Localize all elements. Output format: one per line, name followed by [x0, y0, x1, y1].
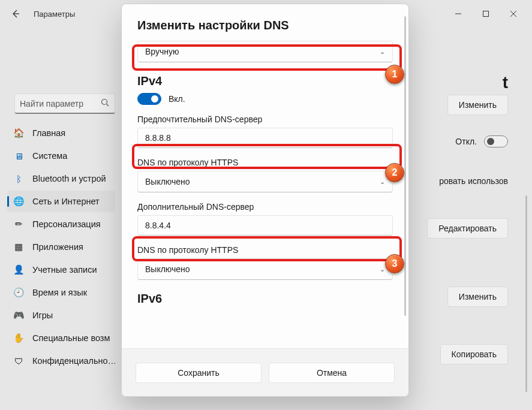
doh2-label: DNS по протоколу HTTPS	[137, 245, 393, 255]
ipv4-toggle[interactable]	[137, 93, 161, 105]
cancel-button[interactable]: Отмена	[269, 363, 395, 383]
ipv4-heading: IPv4	[137, 74, 393, 88]
dialog-scrollbar[interactable]	[404, 16, 406, 316]
doh2-value: Выключено	[145, 264, 190, 274]
doh-dropdown[interactable]: Выключено ⌄	[137, 171, 393, 192]
dns-mode-dropdown[interactable]: Вручную ⌄	[137, 41, 393, 62]
dns-mode-value: Вручную	[145, 47, 179, 56]
dns-dialog: Изменить настройки DNS Вручную ⌄ IPv4 Вк…	[121, 4, 409, 397]
doh-value: Выключено	[145, 177, 190, 186]
alternate-dns-input[interactable]: 8.8.4.4	[137, 215, 393, 236]
doh-label: DNS по протоколу HTTPS	[137, 158, 393, 167]
save-button[interactable]: Сохранить	[136, 363, 262, 383]
preferred-dns-input[interactable]: 8.8.8.8	[137, 128, 393, 148]
preferred-dns-value: 8.8.8.8	[145, 133, 171, 143]
doh2-dropdown[interactable]: Выключено ⌄	[137, 258, 393, 280]
chevron-down-icon: ⌄	[380, 48, 385, 56]
dialog-body: Изменить настройки DNS Вручную ⌄ IPv4 Вк…	[122, 4, 408, 348]
ipv4-toggle-label: Вкл.	[169, 94, 185, 104]
alternate-dns-label: Дополнительный DNS-сервер	[137, 202, 393, 212]
dialog-title: Изменить настройки DNS	[137, 19, 393, 32]
chevron-down-icon: ⌄	[380, 266, 385, 273]
alternate-dns-value: 8.8.4.4	[145, 221, 171, 230]
preferred-dns-label: Предпочтительный DNS-сервер	[137, 114, 393, 124]
ipv4-toggle-row: Вкл.	[137, 93, 393, 105]
ipv6-heading: IPv6	[137, 292, 393, 306]
chevron-down-icon: ⌄	[380, 178, 385, 186]
dialog-footer: Сохранить Отмена	[122, 348, 408, 396]
